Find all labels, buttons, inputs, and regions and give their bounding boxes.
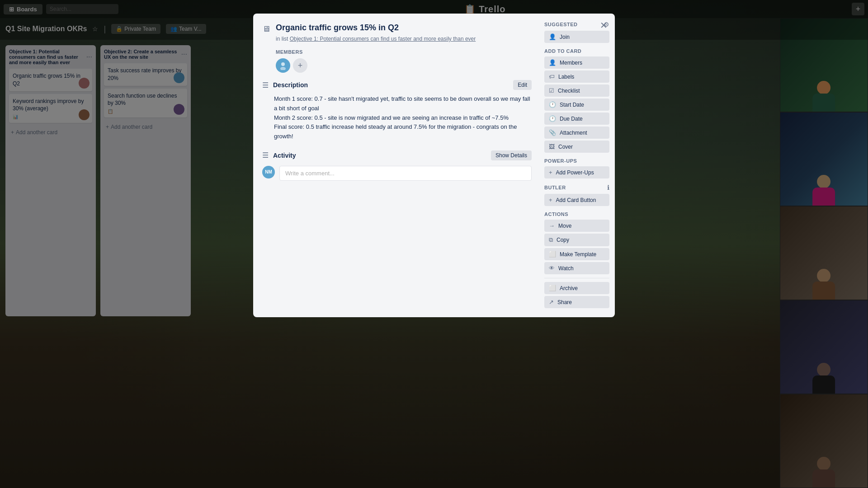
- comment-avatar: NM: [262, 166, 275, 178]
- modal-close-button[interactable]: ✕: [598, 19, 609, 32]
- archive-button[interactable]: ⬜ Archive: [544, 282, 609, 294]
- svg-point-1: [280, 67, 286, 70]
- copy-icon: ⧉: [549, 236, 553, 244]
- attachment-button[interactable]: 📎 Attachment: [544, 127, 609, 139]
- edit-description-button[interactable]: Edit: [513, 80, 532, 90]
- plus-card-icon: +: [549, 197, 552, 203]
- template-icon: ⬜: [549, 251, 556, 258]
- card-detail-modal: 🖥 Organic traffic grows 15% in Q2 in lis…: [253, 14, 615, 317]
- modal-title: Organic traffic grows 15% in Q2: [276, 23, 532, 33]
- members-row: +: [276, 58, 532, 73]
- join-icon: 👤: [549, 33, 556, 40]
- svg-point-0: [281, 62, 285, 66]
- labels-button[interactable]: 🏷 Labels: [544, 70, 609, 83]
- attachment-icon: 📎: [549, 129, 556, 136]
- description-icon: ☰: [262, 81, 269, 89]
- add-member-button[interactable]: +: [293, 58, 307, 73]
- modal-overlay[interactable]: 🖥 Organic traffic grows 15% in Q2 in lis…: [0, 0, 868, 488]
- share-button[interactable]: ↗ Share: [544, 296, 609, 308]
- cover-button[interactable]: 🖼 Cover: [544, 141, 609, 153]
- desc-header: ☰ Description Edit: [262, 80, 532, 90]
- members-section-label: MEMBERS: [276, 49, 532, 55]
- modal-list-ref-link[interactable]: Objective 1: Potential consumers can fin…: [290, 36, 476, 42]
- copy-button[interactable]: ⧉ Copy: [544, 234, 609, 246]
- sidebar-divider: [544, 278, 609, 278]
- show-details-button[interactable]: Show Details: [491, 150, 532, 160]
- cover-icon: 🖼: [549, 143, 555, 150]
- actions-label: ACTIONS: [544, 211, 609, 217]
- card-detail-icon: 🖥: [262, 24, 270, 34]
- move-button[interactable]: → Move: [544, 220, 609, 232]
- description-section: ☰ Description Edit Month 1 score: 0.7 - …: [262, 80, 532, 141]
- member-avatar-1: [276, 58, 290, 73]
- archive-icon: ⬜: [549, 285, 556, 291]
- make-template-button[interactable]: ⬜ Make Template: [544, 248, 609, 260]
- clock-icon: 🕐: [549, 101, 556, 108]
- due-date-icon: 🕐: [549, 115, 556, 122]
- activity-header: ☰ Activity Show Details: [262, 150, 532, 160]
- watch-button[interactable]: 👁 Watch: [544, 262, 609, 274]
- power-ups-label: POWER-UPS: [544, 158, 609, 164]
- checklist-button[interactable]: ☑ Checklist: [544, 84, 609, 97]
- modal-header: 🖥 Organic traffic grows 15% in Q2: [262, 23, 532, 34]
- due-date-button[interactable]: 🕐 Due Date: [544, 113, 609, 125]
- activity-left: ☰ Activity: [262, 151, 296, 160]
- members-icon: 👤: [549, 59, 556, 66]
- share-icon: ↗: [549, 299, 554, 305]
- activity-icon: ☰: [262, 151, 269, 160]
- modal-list-ref: in list Objective 1: Potential consumers…: [276, 36, 532, 42]
- butler-info-button[interactable]: ℹ: [607, 184, 609, 191]
- plus-power-icon: +: [549, 169, 552, 176]
- comment-input[interactable]: Write a comment...: [279, 166, 532, 181]
- watch-icon: 👁: [549, 265, 555, 272]
- members-button[interactable]: 👤 Members: [544, 56, 609, 69]
- add-to-card-label: ADD TO CARD: [544, 48, 609, 54]
- add-card-button-sidebar[interactable]: + Add Card Button: [544, 194, 609, 206]
- join-button[interactable]: 👤 Join: [544, 31, 609, 43]
- modal-main: 🖥 Organic traffic grows 15% in Q2 in lis…: [253, 14, 539, 317]
- activity-title: Activity: [273, 152, 296, 159]
- description-text: Month 1 score: 0.7 - site hasn't migrate…: [274, 94, 532, 141]
- labels-icon: 🏷: [549, 73, 555, 80]
- butler-label: BUTLER ℹ: [544, 184, 609, 191]
- description-title: Description: [273, 81, 509, 89]
- modal-sidebar: SUGGESTED ⚙ 👤 Join ADD TO CARD 👤 Members…: [539, 14, 615, 317]
- member-avatar-img: [278, 61, 288, 70]
- start-date-button[interactable]: 🕐 Start Date: [544, 99, 609, 111]
- move-icon: →: [549, 222, 555, 229]
- comment-row: NM Write a comment...: [262, 166, 532, 181]
- add-power-ups-button[interactable]: + Add Power-Ups: [544, 166, 609, 178]
- checklist-icon: ☑: [549, 87, 554, 94]
- activity-section: ☰ Activity Show Details NM Write a comme…: [262, 150, 532, 181]
